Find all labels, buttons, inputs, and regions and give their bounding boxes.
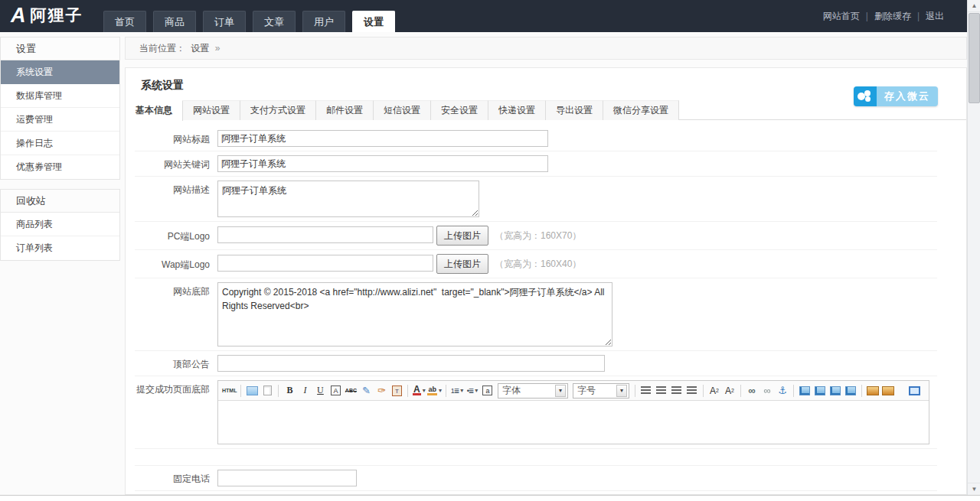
editor-content-area[interactable] (218, 401, 929, 444)
nav-tab-home[interactable]: 首页 (103, 11, 146, 32)
tab-export-settings[interactable]: 导出设置 (546, 100, 603, 120)
form-row-site-title: 网站标题 (135, 126, 937, 151)
preview-icon[interactable] (245, 384, 259, 398)
clear-cache-link[interactable]: 删除缓存 (874, 10, 911, 23)
align-left-icon[interactable] (639, 384, 653, 398)
image-align-center-icon[interactable] (813, 384, 827, 398)
breadcrumb-label: 当前位置： (139, 43, 185, 54)
unordered-list-icon[interactable]: •≣▾ (466, 384, 479, 398)
main-panel: 系统设置 基本信息 网站设置 支付方式设置 邮件设置 短信设置 安全设置 快递设… (125, 67, 967, 495)
remove-link-icon[interactable]: ∞ (760, 384, 774, 398)
anchor-icon[interactable]: ⚓ (776, 384, 789, 398)
superscript-icon[interactable]: A2 (707, 384, 721, 398)
strikethrough-icon[interactable]: ABC (344, 384, 358, 398)
link-separator: | (917, 11, 920, 21)
logo[interactable]: A 阿狸子 (11, 4, 83, 27)
tab-payment-settings[interactable]: 支付方式设置 (240, 100, 316, 120)
sidebar-item-order-list[interactable]: 订单列表 (1, 236, 119, 260)
fixed-phone-input[interactable] (217, 470, 357, 486)
form-row-site-keywords: 网站关键词 (135, 151, 937, 177)
nav-tab-users[interactable]: 用户 (302, 11, 345, 32)
logo-a-icon: A (11, 4, 24, 27)
site-keywords-input[interactable] (217, 155, 548, 172)
upload-image-icon[interactable] (881, 384, 895, 398)
logo-text: 阿狸子 (31, 5, 83, 26)
insert-link-icon[interactable]: ∞ (745, 384, 759, 398)
link-separator: | (866, 11, 868, 21)
font-family-select[interactable]: 字体▾ (498, 383, 568, 399)
logout-link[interactable]: 退出 (926, 10, 944, 23)
font-color-icon[interactable]: A▾ (412, 384, 426, 398)
font-style-icon[interactable]: A (331, 386, 341, 395)
font-size-select[interactable]: 字号▾ (573, 383, 629, 399)
top-quick-links: 网站首页 | 删除缓存 | 退出 (823, 0, 944, 32)
success-footer-label: 提交成功页面底部 (135, 380, 217, 396)
nav-tab-products[interactable]: 商品 (153, 11, 196, 32)
image-block-icon[interactable] (844, 384, 858, 398)
nav-tab-settings[interactable]: 设置 (352, 11, 395, 32)
sidebar: 设置 系统设置 数据库管理 运费管理 操作日志 优惠券管理 回收站 商品列表 订… (0, 37, 120, 270)
site-footer-textarea[interactable]: Copyright © 2015-2018 <a href="http://ww… (217, 282, 612, 346)
insert-image-icon[interactable] (866, 384, 880, 398)
format-painter-icon[interactable]: ✑ (374, 384, 388, 398)
breadcrumb-settings-link[interactable]: 设置 (191, 43, 209, 54)
tab-basic-info[interactable]: 基本信息 (126, 100, 183, 121)
image-align-left-icon[interactable] (798, 384, 812, 398)
pc-logo-input[interactable] (217, 226, 433, 243)
wap-logo-size-hint: （宽高为：160X40） (495, 254, 581, 274)
align-center-icon[interactable] (655, 384, 668, 398)
site-keywords-label: 网站关键词 (135, 155, 217, 171)
weiyun-save-badge[interactable]: 存入微云 (854, 86, 938, 106)
site-home-link[interactable]: 网站首页 (823, 10, 860, 23)
settings-form: 网站标题 网站关键词 网站描述 阿狸子订单系统 PC端Logo 上传图片 （宽高… (126, 120, 966, 495)
lowercase-icon[interactable]: a (482, 386, 492, 395)
align-right-icon[interactable] (670, 384, 684, 398)
scrollbar-thumb[interactable] (969, 13, 980, 103)
pc-logo-label: PC端Logo (135, 226, 217, 243)
sidebar-item-logs[interactable]: 操作日志 (1, 132, 119, 155)
sidebar-item-coupons[interactable]: 优惠券管理 (1, 155, 119, 179)
sidebar-item-system-settings[interactable]: 系统设置 (1, 60, 119, 84)
tab-site-settings[interactable]: 网站设置 (183, 100, 240, 120)
new-document-icon[interactable] (260, 384, 274, 398)
form-row-wap-logo: Wap端Logo 上传图片 （宽高为：160X40） (135, 250, 937, 278)
form-spacer-row (135, 449, 937, 466)
pc-logo-upload-button[interactable]: 上传图片 (436, 226, 488, 246)
sidebar-header-settings: 设置 (1, 37, 119, 60)
underline-icon[interactable]: U (313, 384, 327, 398)
top-nav-tabs: 首页 商品 订单 文章 用户 设置 (103, 11, 402, 32)
bottom-cutoff-strip (0, 495, 980, 501)
scrollbar-down-arrow[interactable]: ▼ (968, 483, 980, 495)
form-row-top-notice: 顶部公告 (135, 351, 937, 376)
sidebar-item-database[interactable]: 数据库管理 (1, 84, 119, 108)
wap-logo-upload-button[interactable]: 上传图片 (436, 254, 488, 274)
top-notice-label: 顶部公告 (135, 355, 217, 371)
bold-icon[interactable]: B (283, 384, 296, 398)
top-notice-input[interactable] (217, 355, 605, 372)
sidebar-item-product-list[interactable]: 商品列表 (1, 213, 119, 236)
italic-icon[interactable]: I (298, 384, 312, 398)
tab-wechat-share-settings[interactable]: 微信分享设置 (603, 100, 679, 120)
rich-text-editor: HTML B I U A ABC ✎ ✑ T A▾ (217, 380, 929, 444)
subscript-icon[interactable]: A2 (723, 384, 737, 398)
highlight-color-icon[interactable]: ab▾ (427, 384, 442, 398)
nav-tab-articles[interactable]: 文章 (253, 11, 296, 32)
scrollbar-up-arrow[interactable]: ▲ (968, 0, 980, 12)
image-align-right-icon[interactable] (828, 384, 842, 398)
html-source-icon[interactable]: HTML (222, 384, 237, 398)
tab-security-settings[interactable]: 安全设置 (431, 100, 488, 120)
tab-mail-settings[interactable]: 邮件设置 (316, 100, 374, 120)
nav-tab-orders[interactable]: 订单 (203, 11, 246, 32)
site-description-textarea[interactable]: 阿狸子订单系统 (217, 181, 479, 217)
ordered-list-icon[interactable]: 1≣▾ (450, 384, 464, 398)
fullscreen-icon[interactable] (907, 384, 921, 398)
tab-sms-settings[interactable]: 短信设置 (374, 100, 431, 120)
sidebar-header-recycle: 回收站 (1, 190, 119, 213)
align-justify-icon[interactable] (685, 384, 699, 398)
sidebar-item-shipping[interactable]: 运费管理 (1, 108, 119, 132)
wap-logo-input[interactable] (217, 255, 433, 272)
site-title-input[interactable] (217, 130, 548, 147)
tab-express-settings[interactable]: 快递设置 (488, 100, 546, 120)
paste-icon[interactable]: T (390, 384, 403, 398)
format-clear-icon[interactable]: ✎ (359, 384, 373, 398)
